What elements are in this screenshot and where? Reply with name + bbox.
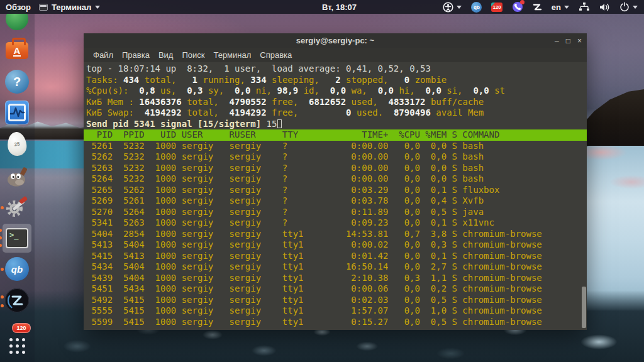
dock-item-software-store[interactable]: A: [4, 38, 30, 63]
activities-button[interactable]: Обзор: [6, 3, 31, 12]
software-store-icon: A: [6, 42, 28, 59]
qbittorrent-tray-icon[interactable]: qb: [471, 2, 482, 13]
dock-item-system-tools[interactable]: [4, 195, 30, 220]
cell-tty: tty1: [277, 317, 325, 328]
cell-pid: 5262: [86, 151, 113, 163]
system-tray: qb 120 en: [443, 0, 644, 14]
top-swap-line: КиБ Swap: 4194292 total, 4194292 free, 0…: [84, 107, 587, 119]
power-menu[interactable]: [619, 2, 638, 12]
dock-item-gimp[interactable]: [4, 165, 30, 190]
cell-ppid: 5261: [113, 195, 145, 207]
cell-cpu: 0,0: [388, 261, 420, 273]
process-table: 526152321000sergiysergiy?0:00.000,00,0Sb…: [84, 141, 587, 328]
cell-uid: 1000: [145, 217, 177, 229]
cell-mem: 3,8: [420, 229, 447, 240]
cell-command: x11vnc: [457, 217, 587, 229]
cell-state: S: [447, 207, 457, 218]
show-applications-button[interactable]: [4, 333, 30, 358]
cell-mem: 0,0: [420, 163, 447, 174]
viber-tray-icon[interactable]: [512, 1, 523, 13]
dock-item-help[interactable]: ?: [4, 69, 30, 94]
z-app-tray-icon[interactable]: [533, 3, 542, 12]
mountain-right: [582, 89, 644, 147]
cell-uid: 1000: [145, 207, 177, 218]
dock-item-qbittorrent[interactable]: qb: [4, 256, 30, 282]
cell-user: sergiy: [176, 283, 224, 295]
cell-mem: 0,5: [420, 295, 447, 306]
cell-ruser: sergiy: [224, 317, 277, 328]
dock-item-egg-timer[interactable]: 25: [4, 131, 30, 156]
dock-item-vnc-viewer[interactable]: [4, 288, 30, 313]
cell-state: S: [447, 283, 457, 295]
menu-item[interactable]: Поиск: [177, 50, 209, 60]
menu-item[interactable]: Справка: [255, 50, 296, 60]
cell-uid: 1000: [145, 173, 177, 185]
terminal-content[interactable]: top - 18:07:14 up 8:32, 1 user, load ave…: [84, 62, 587, 330]
maximize-button[interactable]: □: [566, 37, 570, 45]
cell-ppid: 5415: [113, 317, 145, 328]
cell-mem: 0,3: [420, 239, 447, 251]
app-menu[interactable]: Терминал: [39, 3, 100, 12]
cell-tty: ?: [277, 163, 325, 174]
cell-pid: 5555: [86, 305, 113, 317]
cell-ruser: sergiy: [224, 207, 277, 218]
clock[interactable]: Вт, 18:07: [322, 0, 357, 14]
cell-ruser: sergiy: [224, 283, 277, 295]
cell-user: sergiy: [176, 251, 224, 262]
cell-cpu: 0,0: [388, 173, 420, 185]
cell-command: chromium-browse: [457, 317, 587, 328]
menu-item[interactable]: Терминал: [209, 50, 255, 60]
notification-tray-badge[interactable]: 120: [491, 3, 502, 12]
cell-uid: 1000: [145, 163, 177, 174]
cell-tty: tty1: [277, 261, 325, 273]
cell-uid: 1000: [145, 305, 177, 317]
accessibility-menu[interactable]: [443, 2, 462, 13]
minimize-button[interactable]: –: [555, 37, 559, 45]
scrollbar-thumb[interactable]: [582, 287, 586, 328]
cell-user: sergiy: [176, 273, 224, 284]
cell-cpu: 0,0: [388, 217, 420, 229]
system-tools-icon: [4, 195, 30, 220]
cell-state: S: [447, 141, 457, 152]
cell-user: sergiy: [176, 173, 224, 185]
network-icon[interactable]: [579, 2, 590, 12]
cell-user: sergiy: [176, 239, 224, 251]
cell-ppid: 2854: [113, 229, 145, 240]
cell-time: 0:15.27: [325, 317, 388, 328]
table-row: 555554151000sergiysergiytty11:57.070,01,…: [84, 305, 587, 317]
cell-cpu: 0,0: [388, 141, 420, 152]
menu-item[interactable]: Вид: [154, 50, 178, 60]
cell-command: chromium-browse: [457, 229, 587, 240]
running-indicator-dot: [0, 244, 2, 247]
menu-item[interactable]: Файл: [89, 50, 118, 60]
running-indicator-dot: [1, 206, 4, 209]
volume-icon[interactable]: [599, 3, 610, 12]
cell-user: sergiy: [176, 163, 224, 174]
terminal-window: sergiy@sergiy-pc: ~ – □ × ФайлПравкаВидП…: [84, 33, 587, 330]
cell-uid: 1000: [145, 141, 177, 152]
close-button[interactable]: ×: [577, 37, 582, 45]
cell-cpu: 0,3: [388, 273, 420, 284]
cell-user: sergiy: [176, 317, 224, 328]
dock-item-terminal[interactable]: >_: [3, 224, 31, 253]
menu-item[interactable]: Правка: [118, 50, 154, 60]
cell-state: S: [447, 163, 457, 174]
desktop: Обзор Терминал Вт, 18:07 qb 120: [0, 0, 644, 362]
cell-ppid: 5413: [113, 251, 145, 262]
cell-command: java: [457, 207, 587, 218]
cell-ppid: 5415: [113, 295, 145, 306]
gimp-icon: [4, 165, 30, 190]
table-row: 543954041000sergiysergiytty12:10.380,31,…: [84, 273, 587, 284]
cell-user: sergiy: [176, 295, 224, 306]
table-row: 543454041000sergiysergiytty116:50.140,02…: [84, 261, 587, 273]
table-row: 526352321000sergiysergiy?0:00.000,00,0Sb…: [84, 163, 587, 174]
cell-tty: tty1: [277, 305, 325, 317]
keyboard-layout-menu[interactable]: en: [552, 3, 569, 12]
window-titlebar[interactable]: sergiy@sergiy-pc: ~ – □ ×: [84, 33, 587, 48]
dock-item-system-monitor[interactable]: [4, 100, 30, 125]
cell-command: fluxbox: [457, 185, 587, 196]
cell-mem: 0,0: [420, 173, 447, 185]
cell-cpu: 0,0: [388, 207, 420, 218]
cell-tty: tty1: [277, 239, 325, 251]
cell-cpu: 0,0: [388, 185, 420, 196]
